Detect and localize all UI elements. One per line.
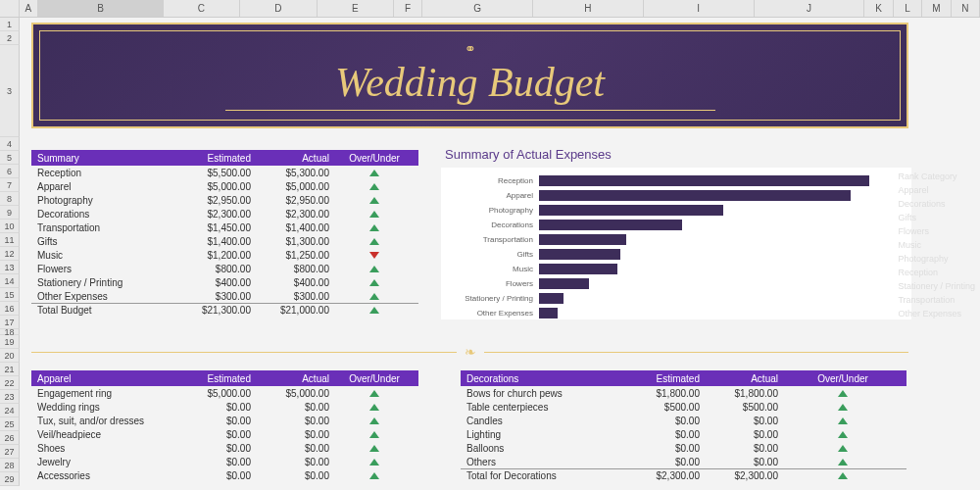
cell-name: Apparel [31,181,178,192]
col-header-I[interactable]: I [644,0,755,17]
summary-row[interactable]: Stationery / Printing$400.00$400.00 [31,275,418,289]
chart-bar-row: Decorations [445,218,902,231]
col-header-K[interactable]: K [864,0,893,17]
decorations-row[interactable]: Lighting$0.00$0.00 [461,427,906,441]
apparel-row[interactable]: Accessories$0.00$0.00 [31,468,418,482]
cell-indicator [335,429,414,440]
row-header-6[interactable]: 6 [0,165,20,178]
row-header-19[interactable]: 19 [0,335,20,349]
summary-row[interactable]: Gifts$1,400.00$1,300.00 [31,234,418,248]
decorations-row[interactable]: Balloons$0.00$0.00 [461,441,906,455]
row-header-3[interactable]: 3 [0,45,20,137]
decorations-row[interactable]: Candles$0.00$0.00 [461,414,906,427]
row-header-9[interactable]: 9 [0,206,20,220]
summary-total-row[interactable]: Total Budget $21,300.00 $21,000.00 [31,303,418,317]
row-header-4[interactable]: 4 [0,137,20,151]
chart-bar-row: Transportation [445,232,902,246]
col-header-B[interactable]: B [38,0,163,17]
row-header-2[interactable]: 2 [0,31,20,45]
col-header-L[interactable]: L [894,0,922,17]
cell-actual: $400.00 [257,277,335,288]
row-header-13[interactable]: 13 [0,261,20,274]
decorations-row[interactable]: Others$0.00$0.00 [461,455,906,468]
cell-actual: $0.00 [706,443,784,454]
ghost-item: Stationery / Printing [898,279,975,293]
summary-row[interactable]: Transportation$1,450.00$1,400.00 [31,220,418,234]
col-header-J[interactable]: J [755,0,865,17]
summary-row[interactable]: Apparel$5,000.00$5,000.00 [31,179,418,193]
chart-bar [539,175,869,186]
cell-estimated: $5,500.00 [178,168,257,178]
col-header-N[interactable]: N [952,0,980,17]
row-header-23[interactable]: 23 [0,390,20,404]
row-header-26[interactable]: 26 [0,431,20,445]
banner-title: Wedding Budget [335,59,605,106]
rings-icon: ⚭ [465,41,476,57]
cell-actual: $5,300.00 [257,168,335,178]
row-header-27[interactable]: 27 [0,445,20,459]
row-header-7[interactable]: 7 [0,178,20,192]
row-header-5[interactable]: 5 [0,151,20,165]
apparel-row[interactable]: Shoes$0.00$0.00 [31,441,418,455]
triangle-up-icon [838,431,848,438]
summary-row[interactable]: Decorations$2,300.00$2,300.00 [31,207,418,220]
ghost-item: Photography [898,252,975,266]
chart-area: Summary of Actual Expenses ReceptionAppa… [441,147,911,319]
cell-estimated: $0.00 [627,416,706,426]
section-divider: ❧ [31,346,908,358]
summary-row[interactable]: Reception$5,500.00$5,300.00 [31,166,418,179]
decorations-table: Decorations Estimated Actual Over/Under … [461,370,906,482]
col-header-A[interactable]: A [20,0,39,17]
row-header-14[interactable]: 14 [0,274,20,288]
decorations-row[interactable]: Table centerpieces$500.00$500.00 [461,400,906,414]
col-header-H[interactable]: H [533,0,644,17]
col-header-G[interactable]: G [422,0,533,17]
col-header-C[interactable]: C [164,0,240,17]
chart-bar-row: Reception [445,173,902,187]
chart-title: Summary of Actual Expenses [441,147,911,162]
apparel-row[interactable]: Wedding rings$0.00$0.00 [31,400,418,414]
title-banner: ⚭ Wedding Budget [31,23,908,128]
decorations-row[interactable]: Bows for church pews$1,800.00$1,800.00 [461,386,906,400]
row-header-10[interactable]: 10 [0,220,20,233]
row-header-11[interactable]: 11 [0,233,20,247]
summary-row[interactable]: Other Expenses$300.00$300.00 [31,289,418,303]
summary-row[interactable]: Music$1,200.00$1,250.00 [31,248,418,262]
row-header-29[interactable]: 29 [0,472,20,486]
col-header-M[interactable]: M [922,0,951,17]
row-header-22[interactable]: 22 [0,376,20,390]
cell-estimated: $1,800.00 [627,388,706,399]
row-header-25[interactable]: 25 [0,417,20,431]
row-header-8[interactable]: 8 [0,192,20,206]
row-header-21[interactable]: 21 [0,363,20,376]
triangle-up-icon [369,211,379,218]
cell-indicator [784,402,902,413]
row-header-20[interactable]: 20 [0,349,20,363]
row-header-12[interactable]: 12 [0,247,20,261]
decorations-total-row[interactable]: Total for Decorations $2,300.00 $2,300.0… [461,468,906,482]
cell-name: Tux, suit, and/or dresses [31,416,178,426]
apparel-row[interactable]: Veil/headpiece$0.00$0.00 [31,427,418,441]
cell-name: Decorations [31,209,178,220]
row-header-15[interactable]: 15 [0,288,20,302]
apparel-row[interactable]: Engagement ring$5,000.00$5,000.00 [31,386,418,400]
cell-indicator [335,416,414,426]
row-header-28[interactable]: 28 [0,459,20,472]
apparel-row[interactable]: Tux, suit, and/or dresses$0.00$0.00 [31,414,418,427]
row-header-24[interactable]: 24 [0,404,20,417]
row-header-1[interactable]: 1 [0,18,20,31]
col-header-E[interactable]: E [318,0,394,17]
chart-bar [539,293,564,304]
cell-name: Candles [461,416,627,426]
apparel-row[interactable]: Jewelry$0.00$0.00 [31,455,418,468]
summary-row[interactable]: Flowers$800.00$800.00 [31,262,418,275]
chart-bar [539,278,589,289]
col-header-F[interactable]: F [394,0,422,17]
cell-name: Transportation [31,222,178,233]
row-header-16[interactable]: 16 [0,302,20,316]
cell-name: Reception [31,168,178,178]
triangle-up-icon [838,472,848,479]
summary-row[interactable]: Photography$2,950.00$2,950.00 [31,193,418,207]
col-header-D[interactable]: D [240,0,317,17]
cell-indicator [784,416,902,426]
